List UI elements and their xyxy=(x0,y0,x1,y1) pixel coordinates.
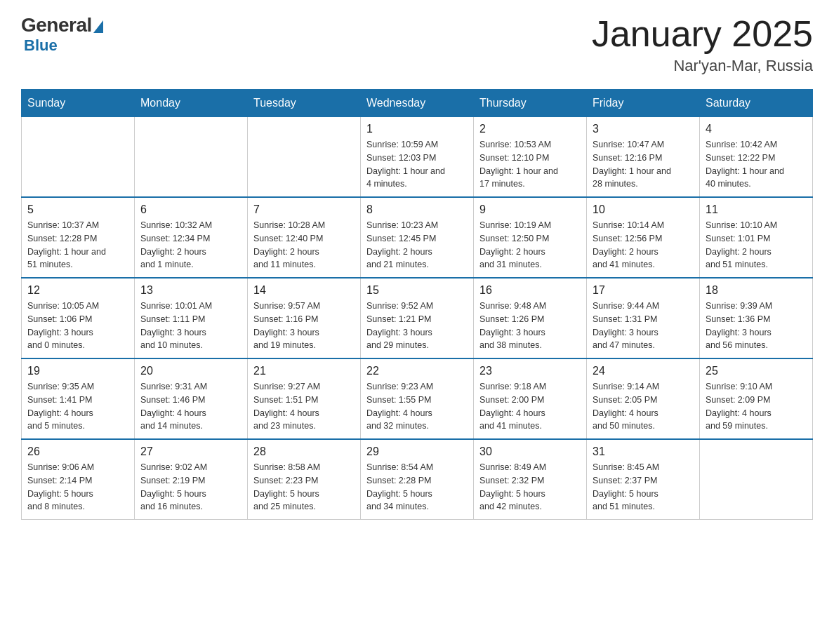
calendar-cell: 7Sunrise: 10:28 AM Sunset: 12:40 PM Dayl… xyxy=(248,197,361,278)
day-number: 11 xyxy=(706,203,807,216)
logo-blue-text: Blue xyxy=(24,36,58,55)
calendar-week-row: 1Sunrise: 10:59 AM Sunset: 12:03 PM Dayl… xyxy=(22,117,813,198)
day-number: 17 xyxy=(593,284,694,297)
calendar-cell: 26Sunrise: 9:06 AM Sunset: 2:14 PM Dayli… xyxy=(22,439,135,520)
calendar-cell: 17Sunrise: 9:44 AM Sunset: 1:31 PM Dayli… xyxy=(587,278,700,358)
calendar-cell: 2Sunrise: 10:53 AM Sunset: 12:10 PM Dayl… xyxy=(474,117,587,198)
day-number: 28 xyxy=(253,445,355,458)
day-info: Sunrise: 10:37 AM Sunset: 12:28 PM Dayli… xyxy=(27,219,128,271)
day-number: 15 xyxy=(366,284,468,297)
day-info: Sunrise: 10:53 AM Sunset: 12:10 PM Dayli… xyxy=(479,138,581,191)
weekday-header-sunday: Sunday xyxy=(22,90,135,117)
calendar-cell: 28Sunrise: 8:58 AM Sunset: 2:23 PM Dayli… xyxy=(248,439,361,520)
calendar-cell: 23Sunrise: 9:18 AM Sunset: 2:00 PM Dayli… xyxy=(474,358,587,439)
logo: General Blue xyxy=(21,14,103,55)
day-number: 3 xyxy=(593,123,694,135)
day-number: 5 xyxy=(27,203,128,216)
day-info: Sunrise: 10:14 AM Sunset: 12:56 PM Dayli… xyxy=(593,219,694,271)
day-info: Sunrise: 10:05 AM Sunset: 1:06 PM Daylig… xyxy=(27,300,128,352)
calendar-cell: 10Sunrise: 10:14 AM Sunset: 12:56 PM Day… xyxy=(587,197,700,278)
day-info: Sunrise: 9:44 AM Sunset: 1:31 PM Dayligh… xyxy=(593,300,694,352)
day-info: Sunrise: 9:06 AM Sunset: 2:14 PM Dayligh… xyxy=(27,461,128,514)
day-info: Sunrise: 9:35 AM Sunset: 1:41 PM Dayligh… xyxy=(27,380,128,433)
day-info: Sunrise: 10:01 AM Sunset: 1:11 PM Daylig… xyxy=(140,300,241,352)
day-number: 25 xyxy=(706,365,807,377)
day-number: 12 xyxy=(27,284,128,297)
calendar-cell: 5Sunrise: 10:37 AM Sunset: 12:28 PM Dayl… xyxy=(22,197,135,278)
logo-triangle-icon xyxy=(93,20,103,33)
day-info: Sunrise: 10:19 AM Sunset: 12:50 PM Dayli… xyxy=(479,219,581,271)
calendar-cell: 16Sunrise: 9:48 AM Sunset: 1:26 PM Dayli… xyxy=(474,278,587,358)
calendar-cell: 24Sunrise: 9:14 AM Sunset: 2:05 PM Dayli… xyxy=(587,358,700,439)
day-info: Sunrise: 9:23 AM Sunset: 1:55 PM Dayligh… xyxy=(366,380,468,433)
day-info: Sunrise: 10:42 AM Sunset: 12:22 PM Dayli… xyxy=(706,138,807,191)
page-header: General Blue January 2025 Nar'yan-Mar, R… xyxy=(21,14,813,75)
calendar-cell: 11Sunrise: 10:10 AM Sunset: 1:01 PM Dayl… xyxy=(700,197,813,278)
calendar-cell: 12Sunrise: 10:05 AM Sunset: 1:06 PM Dayl… xyxy=(22,278,135,358)
day-info: Sunrise: 8:58 AM Sunset: 2:23 PM Dayligh… xyxy=(253,461,355,514)
day-number: 9 xyxy=(479,203,581,216)
calendar-cell: 15Sunrise: 9:52 AM Sunset: 1:21 PM Dayli… xyxy=(361,278,474,358)
weekday-header-tuesday: Tuesday xyxy=(248,90,361,117)
weekday-header-wednesday: Wednesday xyxy=(361,90,474,117)
day-info: Sunrise: 9:52 AM Sunset: 1:21 PM Dayligh… xyxy=(366,300,468,352)
day-info: Sunrise: 9:18 AM Sunset: 2:00 PM Dayligh… xyxy=(479,380,581,433)
day-number: 2 xyxy=(479,123,581,135)
day-number: 30 xyxy=(479,445,581,458)
calendar-cell: 13Sunrise: 10:01 AM Sunset: 1:11 PM Dayl… xyxy=(135,278,248,358)
day-number: 7 xyxy=(253,203,355,216)
calendar-cell: 6Sunrise: 10:32 AM Sunset: 12:34 PM Dayl… xyxy=(135,197,248,278)
calendar-cell: 3Sunrise: 10:47 AM Sunset: 12:16 PM Dayl… xyxy=(587,117,700,198)
calendar-cell: 22Sunrise: 9:23 AM Sunset: 1:55 PM Dayli… xyxy=(361,358,474,439)
day-number: 4 xyxy=(706,123,807,135)
calendar-cell: 4Sunrise: 10:42 AM Sunset: 12:22 PM Dayl… xyxy=(700,117,813,198)
day-info: Sunrise: 9:10 AM Sunset: 2:09 PM Dayligh… xyxy=(706,380,807,433)
calendar-cell: 25Sunrise: 9:10 AM Sunset: 2:09 PM Dayli… xyxy=(700,358,813,439)
day-number: 14 xyxy=(253,284,355,297)
day-number: 18 xyxy=(706,284,807,297)
day-number: 26 xyxy=(27,445,128,458)
day-info: Sunrise: 8:45 AM Sunset: 2:37 PM Dayligh… xyxy=(593,461,694,514)
calendar-week-row: 5Sunrise: 10:37 AM Sunset: 12:28 PM Dayl… xyxy=(22,197,813,278)
day-info: Sunrise: 9:31 AM Sunset: 1:46 PM Dayligh… xyxy=(140,380,241,433)
day-info: Sunrise: 8:54 AM Sunset: 2:28 PM Dayligh… xyxy=(366,461,468,514)
day-number: 24 xyxy=(593,365,694,377)
location-text: Nar'yan-Mar, Russia xyxy=(592,57,813,75)
calendar-cell xyxy=(700,439,813,520)
logo-general-text: General xyxy=(21,14,92,36)
calendar-week-row: 26Sunrise: 9:06 AM Sunset: 2:14 PM Dayli… xyxy=(22,439,813,520)
month-title: January 2025 xyxy=(592,14,813,54)
day-number: 21 xyxy=(253,365,355,377)
weekday-header-monday: Monday xyxy=(135,90,248,117)
day-number: 6 xyxy=(140,203,241,216)
day-info: Sunrise: 9:57 AM Sunset: 1:16 PM Dayligh… xyxy=(253,300,355,352)
day-number: 23 xyxy=(479,365,581,377)
day-info: Sunrise: 9:02 AM Sunset: 2:19 PM Dayligh… xyxy=(140,461,241,514)
day-info: Sunrise: 9:14 AM Sunset: 2:05 PM Dayligh… xyxy=(593,380,694,433)
day-number: 10 xyxy=(593,203,694,216)
day-info: Sunrise: 10:59 AM Sunset: 12:03 PM Dayli… xyxy=(366,138,468,191)
calendar-week-row: 12Sunrise: 10:05 AM Sunset: 1:06 PM Dayl… xyxy=(22,278,813,358)
calendar-cell: 29Sunrise: 8:54 AM Sunset: 2:28 PM Dayli… xyxy=(361,439,474,520)
day-info: Sunrise: 9:39 AM Sunset: 1:36 PM Dayligh… xyxy=(706,300,807,352)
day-info: Sunrise: 10:28 AM Sunset: 12:40 PM Dayli… xyxy=(253,219,355,271)
day-number: 27 xyxy=(140,445,241,458)
calendar-cell: 9Sunrise: 10:19 AM Sunset: 12:50 PM Dayl… xyxy=(474,197,587,278)
day-info: Sunrise: 9:48 AM Sunset: 1:26 PM Dayligh… xyxy=(479,300,581,352)
day-number: 1 xyxy=(366,123,468,135)
calendar-cell: 30Sunrise: 8:49 AM Sunset: 2:32 PM Dayli… xyxy=(474,439,587,520)
day-info: Sunrise: 10:47 AM Sunset: 12:16 PM Dayli… xyxy=(593,138,694,191)
calendar-cell: 27Sunrise: 9:02 AM Sunset: 2:19 PM Dayli… xyxy=(135,439,248,520)
calendar-cell: 18Sunrise: 9:39 AM Sunset: 1:36 PM Dayli… xyxy=(700,278,813,358)
day-info: Sunrise: 9:27 AM Sunset: 1:51 PM Dayligh… xyxy=(253,380,355,433)
calendar-table: SundayMondayTuesdayWednesdayThursdayFrid… xyxy=(21,89,813,520)
day-number: 16 xyxy=(479,284,581,297)
day-number: 29 xyxy=(366,445,468,458)
day-info: Sunrise: 10:32 AM Sunset: 12:34 PM Dayli… xyxy=(140,219,241,271)
calendar-cell: 8Sunrise: 10:23 AM Sunset: 12:45 PM Dayl… xyxy=(361,197,474,278)
calendar-cell: 20Sunrise: 9:31 AM Sunset: 1:46 PM Dayli… xyxy=(135,358,248,439)
day-info: Sunrise: 8:49 AM Sunset: 2:32 PM Dayligh… xyxy=(479,461,581,514)
day-number: 8 xyxy=(366,203,468,216)
day-info: Sunrise: 10:10 AM Sunset: 1:01 PM Daylig… xyxy=(706,219,807,271)
calendar-cell: 19Sunrise: 9:35 AM Sunset: 1:41 PM Dayli… xyxy=(22,358,135,439)
